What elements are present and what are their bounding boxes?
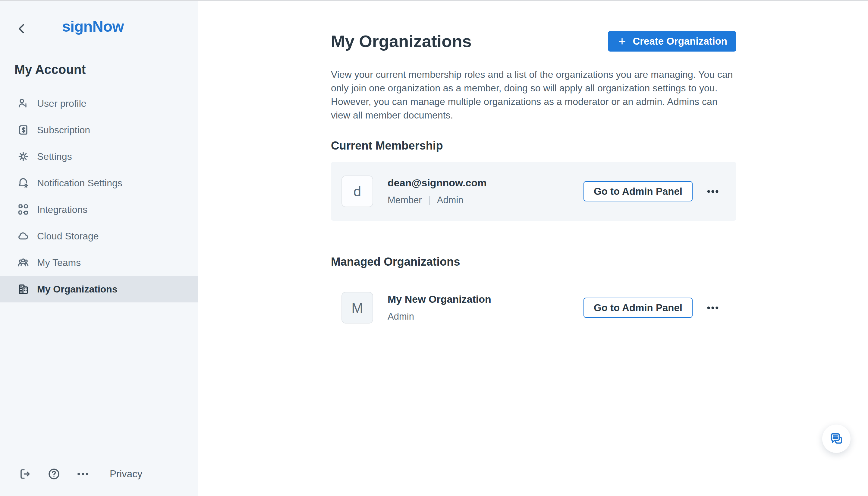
sidebar-item-settings[interactable]: Settings	[0, 143, 198, 170]
sidebar: signNow My Account User profile Subscrip…	[0, 1, 198, 496]
row-more-button[interactable]	[706, 185, 720, 198]
sidebar-item-label: Notification Settings	[37, 177, 122, 189]
page-description: View your current membership roles and a…	[331, 68, 759, 122]
help-icon[interactable]	[47, 467, 61, 481]
section-heading-current-membership: Current Membership	[331, 139, 736, 152]
membership-card: d dean@signnow.com Member Admin Go to Ad…	[331, 162, 736, 221]
more-dots-icon[interactable]	[76, 467, 90, 481]
ellipsis-icon	[706, 185, 720, 198]
avatar: d	[342, 175, 373, 207]
chevron-left-icon	[14, 32, 29, 37]
sidebar-item-user-profile[interactable]: User profile	[0, 90, 198, 117]
create-organization-button[interactable]: Create Organization	[608, 31, 736, 51]
create-organization-label: Create Organization	[633, 35, 727, 47]
back-button[interactable]	[14, 21, 29, 36]
organization-actions: Go to Admin Panel	[583, 298, 720, 318]
organization-info: My New Organization Admin	[388, 293, 491, 322]
privacy-link[interactable]: Privacy	[110, 468, 142, 480]
main-content: My Organizations Create Organization Vie…	[331, 1, 736, 324]
settings-icon	[17, 150, 30, 163]
sidebar-item-notification-settings[interactable]: Notification Settings	[0, 170, 198, 196]
membership-info: dean@signnow.com Member Admin	[388, 177, 487, 206]
subscription-icon	[17, 123, 30, 137]
cloud-storage-icon	[17, 230, 30, 243]
avatar: M	[342, 292, 373, 324]
sidebar-item-label: Integrations	[37, 204, 88, 215]
sidebar-nav: User profile Subscription Settings	[0, 90, 198, 303]
organization-name: My New Organization	[388, 293, 491, 305]
page-title: My Organizations	[331, 31, 472, 51]
ellipsis-icon	[706, 301, 720, 315]
chat-fab-button[interactable]	[822, 424, 851, 453]
organization-row: M My New Organization Admin Go to Admin …	[331, 292, 736, 324]
logout-icon[interactable]	[18, 467, 32, 481]
sidebar-item-my-organizations[interactable]: My Organizations	[0, 276, 198, 303]
sidebar-item-label: My Organizations	[37, 284, 117, 295]
my-teams-icon	[17, 256, 30, 269]
membership-actions: Go to Admin Panel	[583, 181, 720, 201]
membership-email: dean@signnow.com	[388, 177, 487, 189]
role-badge-admin: Admin	[388, 311, 414, 322]
organization-roles: Admin	[388, 311, 491, 322]
main-header: My Organizations Create Organization	[331, 31, 736, 51]
integrations-icon	[17, 203, 30, 216]
go-to-admin-panel-button[interactable]: Go to Admin Panel	[583, 181, 693, 201]
sidebar-item-cloud-storage[interactable]: Cloud Storage	[0, 223, 198, 249]
go-to-admin-panel-button[interactable]: Go to Admin Panel	[583, 298, 693, 318]
sidebar-item-label: My Teams	[37, 257, 81, 268]
signnow-logo[interactable]: signNow	[62, 18, 124, 35]
sidebar-item-my-teams[interactable]: My Teams	[0, 249, 198, 276]
sidebar-item-integrations[interactable]: Integrations	[0, 196, 198, 223]
sidebar-item-label: User profile	[37, 98, 86, 109]
row-more-button[interactable]	[706, 301, 720, 315]
my-organizations-icon	[17, 282, 30, 296]
role-badge-admin: Admin	[437, 195, 463, 206]
sidebar-item-label: Settings	[37, 151, 72, 162]
role-badge-member: Member	[388, 195, 422, 206]
sidebar-item-subscription[interactable]: Subscription	[0, 117, 198, 143]
plus-icon	[617, 36, 627, 46]
sidebar-footer: Privacy	[18, 467, 142, 481]
user-profile-icon	[17, 97, 30, 110]
sidebar-title: My Account	[14, 62, 85, 77]
role-divider	[429, 196, 430, 205]
chat-icon	[829, 432, 843, 446]
notification-settings-icon	[17, 176, 30, 190]
sidebar-item-label: Subscription	[37, 125, 90, 136]
section-heading-managed-organizations: Managed Organizations	[331, 255, 736, 268]
membership-roles: Member Admin	[388, 195, 487, 206]
sidebar-item-label: Cloud Storage	[37, 231, 99, 242]
